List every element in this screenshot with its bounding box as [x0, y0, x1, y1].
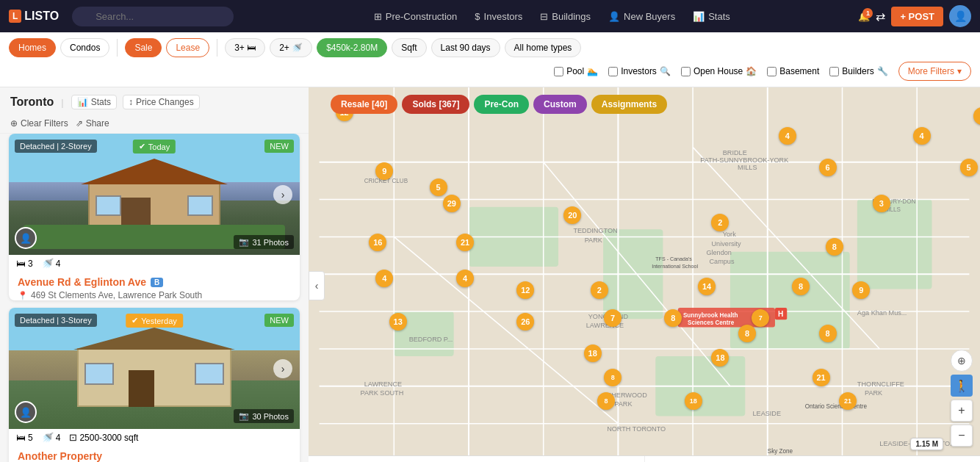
share-button[interactable]: ⇗ Share [76, 118, 109, 129]
lease-filter[interactable]: Lease [166, 38, 209, 57]
map-zoom-out-button[interactable]: − [951, 425, 973, 447]
map-cluster[interactable]: 8 [604, 369, 621, 386]
svg-text:University: University [712, 240, 742, 248]
baths-filter[interactable]: 2+ 🚿 [270, 38, 312, 57]
notification-button[interactable]: 🔔 1 [858, 11, 870, 22]
map-cluster[interactable]: 14 [698, 278, 716, 295]
map-cluster[interactable]: 3 [873, 195, 890, 212]
basement-checkbox[interactable]: Basement [767, 66, 819, 76]
map-cluster[interactable]: 5 [430, 178, 447, 196]
map-tab-satellite[interactable]: Satellite [645, 456, 981, 462]
map-cluster[interactable]: 2 [591, 281, 608, 299]
listing-title-2[interactable]: Another Property [18, 450, 291, 462]
bath-icon: 🚿 [42, 258, 54, 269]
avatar[interactable]: 👤 [949, 5, 971, 27]
clear-filters-button[interactable]: ⊕ Clear Filters [10, 118, 68, 129]
map-collapse-button[interactable]: ‹ [309, 271, 325, 300]
listing-image[interactable]: Detached | 2-Storey ✔ Today NEW › 👤 📷 31… [9, 134, 300, 255]
agent-avatar: 👤 [15, 227, 37, 249]
condos-filter[interactable]: Condos [60, 38, 109, 57]
beds-spec-2: 🛏 5 [16, 432, 33, 443]
listing-title[interactable]: Avenue Rd & Eglinton Ave B [18, 276, 291, 288]
logo[interactable]: L LISTO [9, 10, 59, 23]
map-cluster[interactable]: 29 [443, 195, 461, 212]
map-cluster[interactable]: 8 [597, 392, 615, 410]
camera-icon: 📷 [239, 237, 249, 247]
time-badge: ✔ Today [133, 140, 176, 154]
map-cluster[interactable]: 21 [813, 369, 830, 386]
pin-icon: 📍 [18, 291, 28, 300]
map-cluster[interactable]: 20 [563, 206, 581, 224]
bath-icon-2: 🚿 [42, 432, 54, 443]
homes-filter[interactable]: Homes [9, 38, 56, 57]
next-photo-arrow-2[interactable]: › [273, 359, 292, 378]
map-zoom-in-button[interactable]: + [951, 400, 973, 422]
transfer-icon[interactable]: ⇄ [876, 10, 885, 24]
svg-text:PATH-SUNNYBROOK-YORK: PATH-SUNNYBROOK-YORK [700, 156, 788, 164]
more-filters-button[interactable]: More Filters ▾ [898, 62, 971, 81]
map-tab-custom[interactable]: Custom [533, 95, 587, 114]
map-cluster[interactable]: 4 [913, 127, 931, 145]
b-badge: B [151, 278, 163, 287]
map-cluster[interactable]: 18 [711, 349, 729, 367]
svg-text:PARK: PARK [614, 400, 632, 408]
nav-pre-construction[interactable]: ⊞ Pre-Construction [367, 8, 465, 25]
map-background[interactable]: BRIDLE PATH-SUNNYBROOK-YORK MILLS York U… [309, 87, 980, 462]
map-cluster[interactable]: 8 [826, 238, 843, 256]
map-cluster[interactable]: 7 [752, 309, 769, 327]
next-photo-arrow[interactable]: › [273, 185, 292, 204]
svg-text:THORNCLIFFE: THORNCLIFFE [857, 380, 904, 388]
map-locate-button[interactable]: ⊕ [951, 350, 973, 372]
nav-investors[interactable]: $ Investors [467, 8, 530, 25]
map-cluster[interactable]: 18 [584, 344, 602, 362]
listing-image-2[interactable]: Detached | 3-Storey ✔ Yesterday NEW › 👤 … [9, 308, 300, 429]
left-panel: Toronto | 📊 Stats ↕ Price Changes ⊕ Clea… [0, 87, 309, 462]
home-types-filter[interactable]: All home types [505, 38, 582, 57]
svg-text:NORTH TORONTO: NORTH TORONTO [607, 425, 666, 433]
map-cluster[interactable]: 8 [792, 278, 810, 295]
sale-filter[interactable]: Sale [125, 38, 162, 57]
price-filter[interactable]: $450k-2.80M [317, 38, 387, 57]
map-cluster[interactable]: 5 [960, 159, 978, 176]
pool-checkbox[interactable]: Pool 🏊 [554, 66, 598, 76]
map-tab-assignments[interactable]: Assignments [591, 95, 667, 114]
post-button[interactable]: + POST [891, 7, 943, 26]
map-tab-precon[interactable]: Pre-Con [474, 95, 529, 114]
price-badge: 1.15 M [910, 438, 943, 450]
beds-filter[interactable]: 3+ 🛏 [225, 38, 265, 57]
new-badge: NEW [264, 140, 294, 153]
photo-count-2: 📷 30 Photos [234, 409, 294, 423]
price-changes-button[interactable]: ↕ Price Changes [123, 95, 200, 109]
street-view-button[interactable]: 🚶 [951, 375, 973, 397]
main-layout: Toronto | 📊 Stats ↕ Price Changes ⊕ Clea… [0, 87, 980, 462]
days-filter[interactable]: Last 90 days [431, 38, 500, 57]
builders-checkbox[interactable]: Builders 🔧 [829, 66, 887, 76]
nav-right: 🔔 1 ⇄ + POST 👤 [858, 5, 971, 27]
sqft-spec: ⊡ 2500-3000 sqft [69, 432, 138, 443]
map-cluster[interactable]: 7 [604, 309, 621, 327]
svg-text:MILLS: MILLS [738, 164, 757, 171]
map-tab-resale[interactable]: Resale [40] [331, 95, 397, 114]
map-cluster[interactable]: 21 [839, 392, 857, 410]
map-tab-map[interactable]: Map [309, 456, 645, 462]
svg-text:PARK: PARK [865, 389, 882, 397]
nav-stats[interactable]: 📊 Stats [685, 8, 738, 25]
nav-new-buyers[interactable]: 👤 New Buyers [601, 8, 682, 25]
map-cluster[interactable]: 6 [819, 159, 837, 176]
map-cluster[interactable]: 8 [819, 325, 837, 342]
sqft-filter[interactable]: Sqft [392, 38, 426, 57]
map-tab-solds[interactable]: Solds [367] [402, 95, 469, 114]
search-input[interactable] [72, 7, 234, 26]
open-house-checkbox[interactable]: Open House 🏠 [681, 66, 757, 76]
checkbox-group: Pool 🏊 Investors 🔍 Open House 🏠 Basement… [554, 66, 888, 76]
map-cluster[interactable]: 4 [779, 127, 796, 145]
filter-divider [117, 39, 118, 57]
time-badge-2: ✔ Yesterday [126, 314, 183, 328]
map-cluster[interactable]: 13 [389, 313, 407, 331]
investors-checkbox[interactable]: Investors 🔍 [608, 66, 671, 76]
stats-button[interactable]: 📊 Stats [71, 95, 117, 109]
map-cluster[interactable]: 4 [456, 270, 474, 287]
svg-text:Sky Zone: Sky Zone [768, 448, 793, 455]
nav-buildings[interactable]: ⊟ Buildings [533, 8, 598, 25]
map-cluster[interactable]: 18 [685, 392, 702, 410]
